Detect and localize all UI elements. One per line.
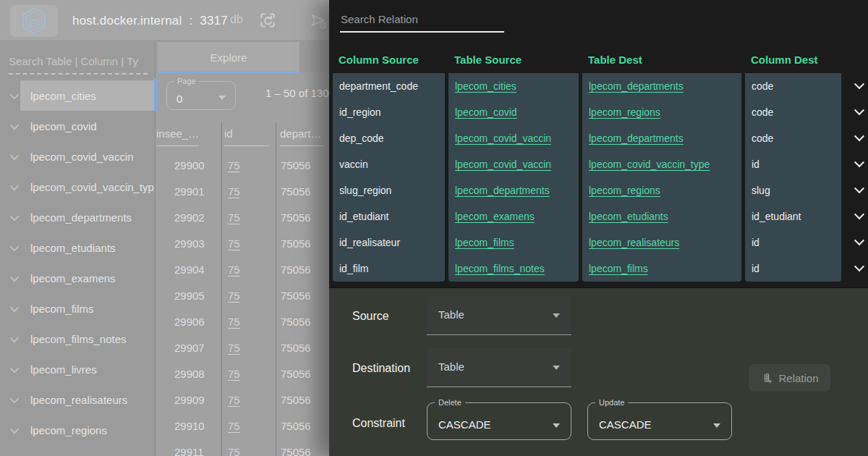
relation-table-dest-link[interactable]: lpecom_films xyxy=(589,263,648,274)
relation-column-header: Table Dest xyxy=(582,49,741,70)
active-tab-indicator xyxy=(158,71,299,73)
table-name: lpecom_covid xyxy=(30,120,97,132)
page-select-value: 0 xyxy=(176,93,182,105)
chevron-down-icon[interactable] xyxy=(10,303,20,312)
chevron-down-icon[interactable] xyxy=(10,120,20,130)
relation-table-source-link[interactable]: lpecom_departments xyxy=(455,185,550,196)
relation-form: Source Table Destination Table Constrain… xyxy=(329,287,868,456)
sidebar-table-item[interactable]: lpecom_examens xyxy=(0,263,155,293)
relation-table-dest-link[interactable]: lpecom_departments xyxy=(589,80,684,92)
source-select[interactable]: Table xyxy=(427,296,571,335)
dropdown-arrow-icon xyxy=(553,366,560,370)
cell-department-link[interactable]: 75 xyxy=(221,159,276,172)
chevron-down-icon[interactable] xyxy=(10,424,20,434)
cell-insee: 75056 xyxy=(276,446,311,456)
tables-sidebar: lpecom_cities lpecom_covid lpecom_covid_… xyxy=(0,42,156,456)
relation-table-source-link[interactable]: lpecom_covid_vaccin xyxy=(455,159,551,170)
destination-select[interactable]: Table xyxy=(427,348,571,387)
data-grid-row: 29904 75 75056 xyxy=(156,256,329,282)
expand-chevron-icon[interactable] xyxy=(854,131,864,141)
page-select[interactable]: Page 0 xyxy=(166,77,236,110)
chevron-down-icon[interactable] xyxy=(10,151,20,160)
relation-table: department_code lpecom_cities lpecom_dep… xyxy=(333,73,868,282)
app-logo[interactable] xyxy=(10,5,58,37)
chevron-down-icon[interactable] xyxy=(10,90,20,99)
cell-department-link[interactable]: 75 xyxy=(221,420,276,432)
chevron-down-icon[interactable] xyxy=(10,363,20,373)
sidebar-table-item[interactable]: lpecom_covid_vaccin xyxy=(0,141,155,172)
cell-insee: 75056 xyxy=(276,420,311,432)
cell-department-link[interactable]: 75 xyxy=(221,446,276,456)
relation-column-dest: id xyxy=(745,229,841,256)
search-table-input[interactable] xyxy=(9,52,148,75)
sidebar-table-item[interactable]: lpecom_regions xyxy=(0,415,155,445)
relation-table-dest-link[interactable]: lpecom_realisateurs xyxy=(589,237,679,248)
expand-chevron-icon[interactable] xyxy=(854,183,864,193)
relation-column-source: dep_code xyxy=(333,125,445,151)
cell-department-link[interactable]: 75 xyxy=(221,237,276,250)
sidebar-table-item[interactable]: lpecom_covid_vaccin_typ xyxy=(0,172,155,202)
grid-column-header[interactable]: depart… xyxy=(280,127,325,146)
chevron-down-icon[interactable] xyxy=(10,394,20,403)
cell-department-link[interactable]: 75 xyxy=(221,263,276,276)
relation-table-source-link[interactable]: lpecom_covid_vaccin xyxy=(455,132,551,144)
relation-table-source-link[interactable]: lpecom_films_notes xyxy=(455,263,545,274)
relation-table-source-link[interactable]: lpecom_covid xyxy=(455,106,517,118)
chevron-down-icon[interactable] xyxy=(10,242,20,251)
relation-table-dest-link[interactable]: lpecom_departments xyxy=(589,132,684,144)
data-grid-row: 29901 75 75056 xyxy=(156,178,329,204)
chevron-down-icon[interactable] xyxy=(10,181,20,190)
search-relation-input[interactable] xyxy=(340,9,504,33)
grid-column-header[interactable]: id xyxy=(224,127,269,146)
expand-chevron-icon[interactable] xyxy=(854,235,864,245)
grid-column-header[interactable]: insee_… xyxy=(156,127,199,146)
expand-chevron-icon[interactable] xyxy=(854,105,864,115)
scan-refresh-icon[interactable] xyxy=(258,11,277,30)
expand-chevron-icon[interactable] xyxy=(854,261,864,271)
add-relation-button-label: Relation xyxy=(778,372,818,384)
send-schedule-icon[interactable] xyxy=(309,12,328,30)
sidebar-table-item[interactable]: lpecom_films_notes xyxy=(0,324,155,354)
relation-column-dest: id xyxy=(745,151,841,177)
cell-department-link[interactable]: 75 xyxy=(221,290,276,302)
sidebar-table-item[interactable]: lpecom_realisateurs xyxy=(0,384,155,415)
expand-chevron-icon[interactable] xyxy=(854,209,864,219)
update-constraint-select[interactable]: Update CASCADE xyxy=(587,398,732,440)
source-label: Source xyxy=(352,310,389,323)
expand-chevron-icon[interactable] xyxy=(854,157,864,167)
dropdown-arrow-icon xyxy=(713,423,720,428)
chevron-down-icon[interactable] xyxy=(10,272,20,282)
add-relation-button[interactable]: Relation xyxy=(749,364,830,392)
table-name: lpecom_cities xyxy=(30,90,96,102)
cell-id: 29907 xyxy=(156,342,221,354)
sidebar-table-item[interactable]: lpecom_covid xyxy=(0,111,155,141)
cell-department-link[interactable]: 75 xyxy=(221,316,276,328)
tab-explore[interactable]: Explore xyxy=(158,42,299,72)
relation-table-dest-link[interactable]: lpecom_covid_vaccin_type xyxy=(589,159,710,170)
sidebar-table-item[interactable]: lpecom_livres xyxy=(0,354,155,384)
relation-table-dest-link[interactable]: lpecom_regions xyxy=(589,185,660,196)
relation-table-source-link[interactable]: lpecom_examens xyxy=(455,211,535,222)
relation-table-source-link[interactable]: lpecom_films xyxy=(455,237,514,248)
chevron-down-icon[interactable] xyxy=(10,211,20,221)
cell-department-link[interactable]: 75 xyxy=(221,394,276,406)
relation-table-source-link[interactable]: lpecom_cities xyxy=(455,80,516,92)
cell-department-link[interactable]: 75 xyxy=(221,368,276,380)
relation-column-source: id_etudiant xyxy=(333,203,445,229)
sidebar-table-item[interactable]: lpecom_etudiants xyxy=(0,232,155,263)
relation-table-dest-link[interactable]: lpecom_regions xyxy=(589,106,660,118)
cell-department-link[interactable]: 75 xyxy=(221,211,276,224)
relation-table-dest-link[interactable]: lpecom_etudiants xyxy=(589,211,668,222)
relation-column-dest: slug xyxy=(745,177,841,203)
table-name: lpecom_departments xyxy=(30,211,132,224)
update-constraint-value: CASCADE xyxy=(599,418,652,431)
sidebar-table-item[interactable]: lpecom_departments xyxy=(0,202,155,232)
sidebar-table-item[interactable]: lpecom_films xyxy=(0,293,155,324)
table-name: lpecom_examens xyxy=(30,272,116,284)
sidebar-table-item[interactable]: lpecom_cities xyxy=(0,80,155,111)
cell-department-link[interactable]: 75 xyxy=(221,185,276,198)
chevron-down-icon[interactable] xyxy=(10,333,20,342)
delete-constraint-select[interactable]: Delete CASCADE xyxy=(427,398,571,440)
cell-department-link[interactable]: 75 xyxy=(221,342,276,354)
expand-chevron-icon[interactable] xyxy=(854,79,864,89)
